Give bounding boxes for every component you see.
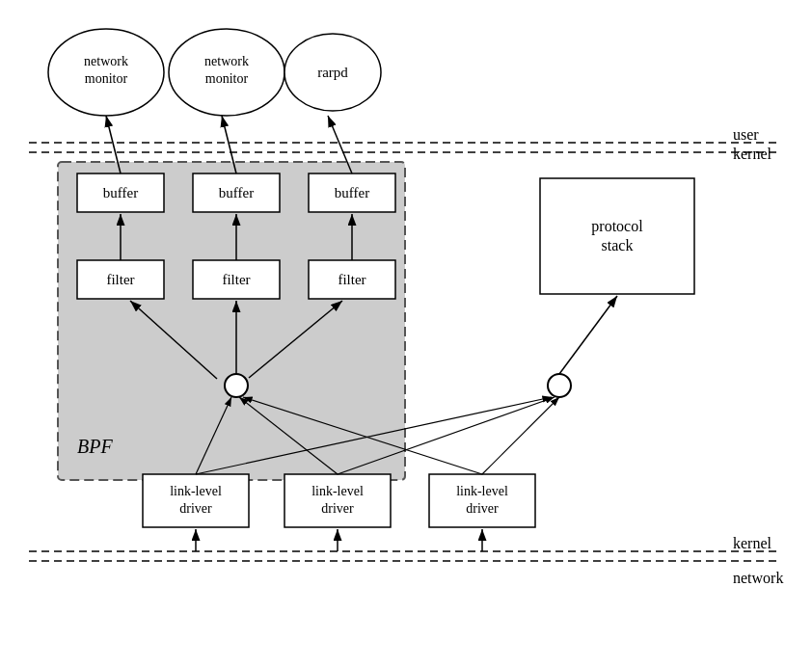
protocol-stack-box <box>540 178 694 294</box>
network-monitor-1-label-1: network <box>84 54 128 68</box>
architecture-diagram: user kernel kernel network BPF buffer bu… <box>0 0 812 667</box>
network-label: network <box>733 570 783 586</box>
proto-circle-stack-arrow <box>559 296 617 374</box>
filter-2-label: filter <box>222 272 250 287</box>
bpf-label: BPF <box>77 436 113 457</box>
filter-1-label: filter <box>106 272 134 287</box>
protocol-junction-circle <box>548 374 571 397</box>
user-label: user <box>733 126 759 143</box>
diagram-container: user kernel kernel network BPF buffer bu… <box>0 0 812 667</box>
network-monitor-1-label-2: monitor <box>85 71 128 86</box>
rarpd-label: rarpd <box>317 65 348 80</box>
driver-2-label-2: driver <box>321 501 354 516</box>
kernel-bottom-label: kernel <box>733 535 772 551</box>
driver-3-label-2: driver <box>466 501 499 516</box>
filter-3-label: filter <box>338 272 365 287</box>
buffer-2-label: buffer <box>219 185 254 200</box>
kernel-top-label: kernel <box>733 146 772 162</box>
driver-1-label-1: link-level <box>170 484 222 498</box>
bpf-junction-circle <box>225 374 248 397</box>
network-monitor-2-label-2: monitor <box>205 71 249 86</box>
buffer-3-label: buffer <box>335 185 369 200</box>
protocol-stack-label-1: protocol <box>591 218 643 235</box>
driver-3-label-1: link-level <box>456 484 508 498</box>
driver-2-label-1: link-level <box>311 484 364 498</box>
protocol-stack-label-2: stack <box>602 237 634 253</box>
network-monitor-2-label-1: network <box>204 54 249 68</box>
driver-1-label-2: driver <box>179 501 212 516</box>
buffer-1-label: buffer <box>103 185 138 200</box>
